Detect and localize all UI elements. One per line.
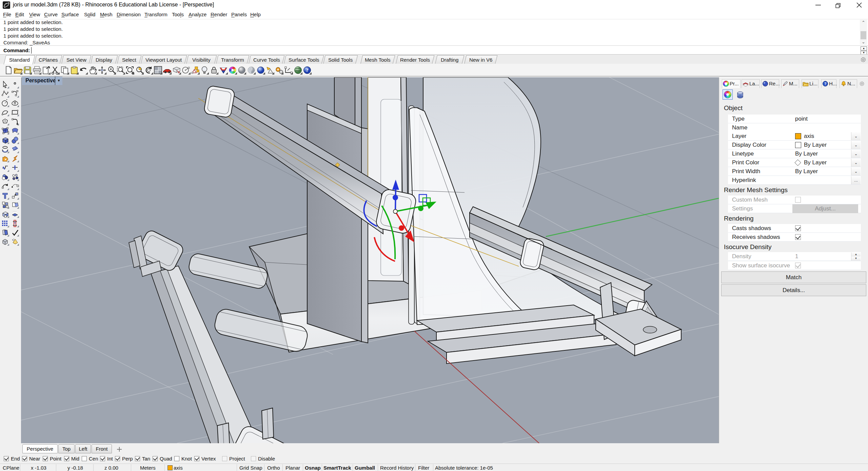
svg-text:?: ? (306, 67, 309, 73)
svg-text:?: ? (824, 82, 827, 86)
svg-text:6: 6 (8, 2, 9, 4)
